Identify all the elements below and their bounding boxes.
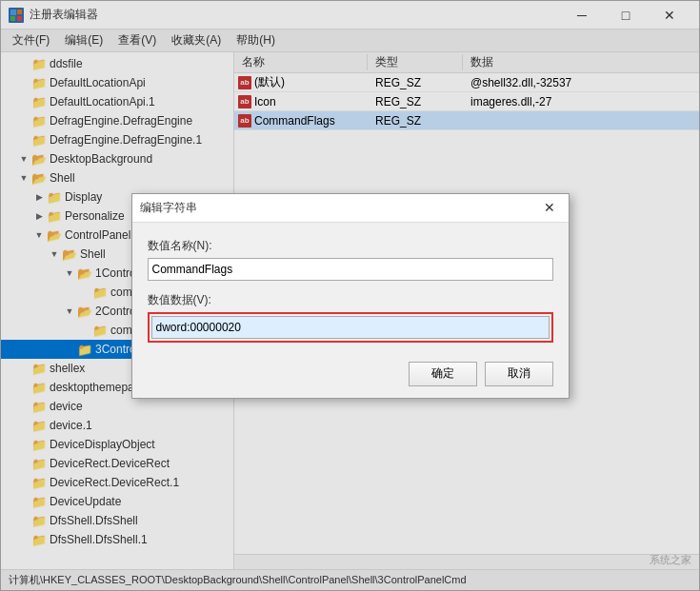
data-label: 数值数据(V):: [148, 292, 553, 308]
edit-string-dialog: 编辑字符串 ✕ 数值名称(N): 数值数据(V): 确: [131, 193, 570, 399]
name-label: 数值名称(N):: [148, 238, 553, 254]
name-field: 数值名称(N):: [148, 238, 553, 281]
dialog-buttons: 确定 取消: [148, 358, 553, 386]
dialog-close-button[interactable]: ✕: [538, 196, 561, 219]
cancel-button[interactable]: 取消: [485, 362, 553, 386]
dialog-title-bar: 编辑字符串 ✕: [132, 194, 569, 223]
ok-button[interactable]: 确定: [409, 362, 477, 386]
name-input[interactable]: [148, 258, 553, 281]
dialog-title: 编辑字符串: [140, 200, 197, 216]
value-input[interactable]: [151, 316, 550, 339]
value-field: 数值数据(V):: [148, 292, 553, 343]
value-input-wrapper: [148, 312, 553, 343]
modal-overlay: 编辑字符串 ✕ 数值名称(N): 数值数据(V): 确: [1, 1, 699, 590]
main-window: 注册表编辑器 ─ □ ✕ 文件(F) 编辑(E) 查看(V) 收藏夹(A) 帮助…: [0, 0, 700, 591]
dialog-body: 数值名称(N): 数值数据(V): 确定 取消: [132, 223, 569, 398]
